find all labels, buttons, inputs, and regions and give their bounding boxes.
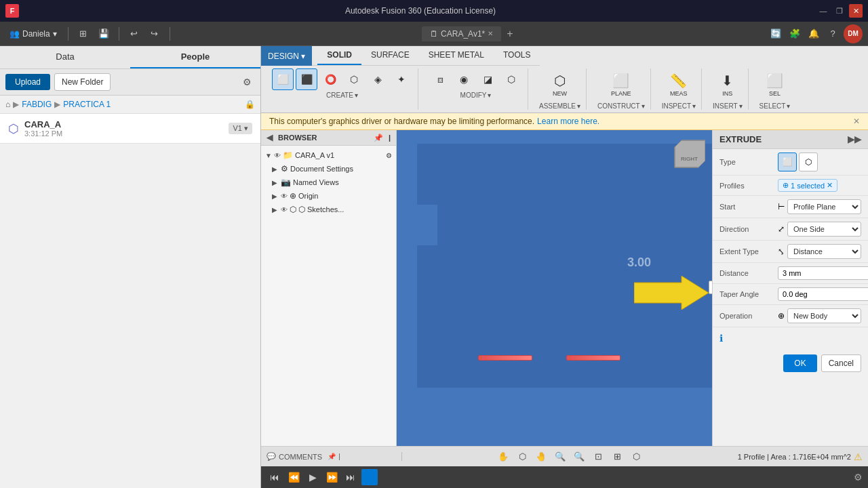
eye-origin-icon[interactable]: 👁 bbox=[281, 192, 288, 200]
close-button[interactable]: ✕ bbox=[849, 4, 863, 18]
warning-close-icon[interactable]: ✕ bbox=[853, 117, 860, 126]
insert-label[interactable]: INSERT▾ bbox=[713, 102, 743, 110]
redo-button[interactable]: ↪ bbox=[146, 26, 163, 42]
design-button[interactable]: DESIGN ▾ bbox=[261, 46, 312, 66]
taper-input[interactable] bbox=[778, 287, 868, 301]
create-label[interactable]: CREATE▾ bbox=[326, 92, 358, 99]
refresh-button[interactable]: 🔄 bbox=[768, 26, 784, 42]
version-badge[interactable]: V1 ▾ bbox=[229, 123, 252, 134]
shell-tool[interactable]: ⬡ bbox=[500, 68, 522, 90]
measure-tool[interactable]: 📏 MEAS bbox=[667, 68, 691, 101]
select-label[interactable]: SELECT▾ bbox=[760, 102, 791, 110]
sketch-tool[interactable]: ⬜ bbox=[272, 68, 294, 90]
browser-collapse-icon[interactable]: ◀ bbox=[267, 133, 273, 142]
browser-root-item[interactable]: ▼ 👁 📁 CARA_A v1 ⚙ bbox=[261, 148, 396, 162]
browser-sketches[interactable]: ▶ 👁 ⬡ ⬡ Sketches... bbox=[261, 203, 396, 216]
inspect-label[interactable]: INSPECT▾ bbox=[662, 102, 696, 110]
chamfer-tool[interactable]: ◪ bbox=[477, 68, 498, 90]
extent-select[interactable]: Distance bbox=[787, 244, 861, 259]
timeline-thumb[interactable] bbox=[361, 469, 378, 485]
type-surface-button[interactable]: ⬡ bbox=[799, 152, 818, 171]
profile-close-icon[interactable]: ✕ bbox=[827, 181, 833, 190]
tab-tools[interactable]: TOOLS bbox=[494, 46, 540, 65]
warning-link[interactable]: Learn more here. bbox=[537, 117, 599, 126]
extrude-tool[interactable]: ⬛ bbox=[296, 68, 317, 90]
timeline-settings-icon[interactable]: ⚙ bbox=[854, 472, 863, 483]
grid-button[interactable]: ⊞ bbox=[610, 449, 625, 464]
direction-select[interactable]: One Side bbox=[787, 222, 861, 237]
save-button[interactable]: 💾 bbox=[96, 26, 112, 42]
file-item[interactable]: ⬡ CARA_A 3:31:12 PM V1 ▾ bbox=[0, 114, 260, 144]
more-tool[interactable]: ✦ bbox=[391, 68, 412, 90]
press-pull-tool[interactable]: ⧈ bbox=[429, 68, 451, 90]
prev-frame-button[interactable]: ⏪ bbox=[285, 469, 302, 485]
ok-button[interactable]: OK bbox=[783, 354, 816, 372]
skip-back-button[interactable]: ⏮ bbox=[267, 469, 283, 485]
tab-close-icon[interactable]: ✕ bbox=[488, 30, 493, 37]
dimension-input[interactable]: 3 bbox=[709, 281, 712, 294]
profile-badge[interactable]: ⊕ 1 selected ✕ bbox=[778, 179, 837, 192]
user-avatar[interactable]: DM bbox=[844, 24, 863, 43]
type-solid-button[interactable]: ⬜ bbox=[778, 152, 797, 171]
comments-pin[interactable]: 📌 bbox=[328, 453, 336, 460]
minimize-button[interactable]: — bbox=[816, 4, 830, 18]
orbit-button[interactable]: 🤚 bbox=[534, 449, 549, 464]
breadcrumb-practica[interactable]: PRACTICA 1 bbox=[63, 100, 111, 109]
fit-button[interactable]: ⊡ bbox=[591, 449, 606, 464]
construct-label[interactable]: CONSTRUCT▾ bbox=[597, 102, 645, 110]
settings-small-icon[interactable]: ⚙ bbox=[386, 152, 392, 159]
select-tool[interactable]: ⬜ SEL bbox=[763, 68, 787, 101]
zoom-button[interactable]: 🔍 bbox=[572, 449, 587, 464]
3d-viewport[interactable]: 3.00 3 ⋮ RIGHT bbox=[397, 130, 712, 446]
maximize-button[interactable]: ❐ bbox=[833, 4, 846, 18]
breadcrumb-fabdig[interactable]: FABDIG bbox=[22, 100, 52, 109]
active-tab[interactable]: 🗒 CARA_Av1* ✕ bbox=[422, 26, 501, 41]
cancel-button[interactable]: Cancel bbox=[821, 354, 861, 372]
revolve-tool[interactable]: ⭕ bbox=[319, 68, 341, 90]
upload-button[interactable]: Upload bbox=[5, 74, 50, 90]
notification-button[interactable]: 🔔 bbox=[806, 26, 822, 42]
sweep-tool[interactable]: ⬡ bbox=[343, 68, 365, 90]
new-component-tool[interactable]: ⬡ NEW bbox=[547, 68, 572, 101]
comments-expand[interactable]: | bbox=[338, 453, 340, 460]
tab-people[interactable]: People bbox=[130, 46, 260, 68]
extensions-button[interactable]: 🧩 bbox=[787, 26, 803, 42]
home-icon[interactable]: ⌂ bbox=[5, 100, 10, 109]
skip-fwd-button[interactable]: ⏭ bbox=[342, 469, 359, 485]
play-button[interactable]: ▶ bbox=[304, 469, 321, 485]
tab-solid[interactable]: SOLID bbox=[317, 46, 361, 65]
extrude-expand-icon[interactable]: ▶▶ bbox=[848, 134, 861, 144]
browser-origin[interactable]: ▶ 👁 ⊕ Origin bbox=[261, 189, 396, 203]
select-mode-button[interactable]: ✋ bbox=[496, 449, 511, 464]
add-tab-button[interactable]: + bbox=[501, 28, 518, 40]
eye-icon[interactable]: 👁 bbox=[274, 152, 281, 159]
grid-view-button[interactable]: ⊞ bbox=[75, 26, 92, 42]
start-select[interactable]: Profile Plane bbox=[787, 199, 861, 214]
loft-tool[interactable]: ◈ bbox=[367, 68, 389, 90]
browser-pin-icon[interactable]: 📌 bbox=[374, 134, 383, 142]
modify-label[interactable]: MODIFY▾ bbox=[460, 92, 492, 99]
browser-doc-settings[interactable]: ▶ ⚙ Document Settings bbox=[261, 162, 396, 176]
browser-more-icon[interactable]: | bbox=[389, 134, 391, 142]
fillet-tool[interactable]: ◉ bbox=[453, 68, 475, 90]
insert-mcad-tool[interactable]: ⬇ INS bbox=[715, 68, 740, 101]
offset-plane-tool[interactable]: ⬜ PLANE bbox=[609, 68, 633, 101]
orientation-cube[interactable]: RIGHT bbox=[671, 137, 705, 171]
settings-button[interactable]: ⚙ bbox=[239, 74, 255, 90]
next-frame-button[interactable]: ⏩ bbox=[323, 469, 340, 485]
browser-named-views[interactable]: ▶ 📷 Named Views bbox=[261, 176, 396, 189]
operation-select[interactable]: New Body bbox=[787, 308, 861, 323]
pan-button[interactable]: ⬡ bbox=[515, 449, 530, 464]
tab-sheet-metal[interactable]: SHEET METAL bbox=[419, 46, 494, 65]
look-at-button[interactable]: 🔍 bbox=[553, 449, 568, 464]
new-folder-button[interactable]: New Folder bbox=[54, 73, 111, 91]
tab-surface[interactable]: SURFACE bbox=[361, 46, 419, 65]
eye-sketches-icon[interactable]: 👁 bbox=[281, 206, 288, 214]
user-menu[interactable]: 👥 Daniela ▾ bbox=[5, 28, 61, 40]
undo-button[interactable]: ↩ bbox=[126, 26, 142, 42]
assemble-label[interactable]: ASSEMBLE▾ bbox=[539, 102, 580, 110]
tab-data[interactable]: Data bbox=[0, 46, 130, 68]
display-button[interactable]: ⬡ bbox=[629, 449, 644, 464]
distance-input[interactable] bbox=[778, 266, 868, 280]
help-button[interactable]: ? bbox=[825, 26, 841, 42]
